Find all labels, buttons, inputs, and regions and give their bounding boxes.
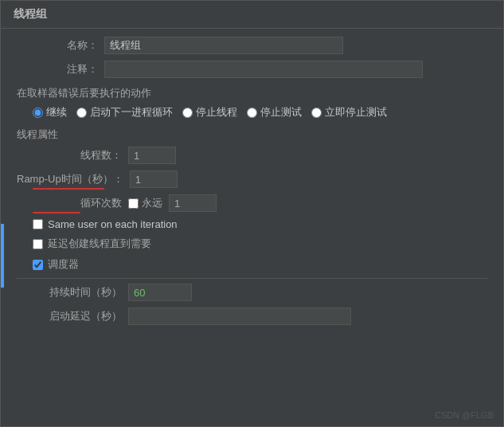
error-action-label: 在取样器错误后要执行的动作: [17, 86, 487, 100]
duration-row: 持续时间（秒）: [17, 284, 487, 301]
divider: [17, 278, 487, 279]
startup-delay-label: 启动延迟（秒）: [17, 309, 128, 323]
same-user-checkbox[interactable]: [33, 219, 43, 229]
watermark: CSDN @FLGB: [435, 410, 494, 420]
radio-stop-thread[interactable]: 停止线程: [182, 105, 237, 119]
scheduler-row: 调度器: [17, 257, 487, 272]
left-accent: [1, 224, 4, 288]
radio-stop-test-now[interactable]: 立即停止测试: [311, 105, 387, 119]
content-area: 名称： 注释： 在取样器错误后要执行的动作 继续 启动下一进程循环 停止线程: [1, 29, 503, 339]
main-panel: 线程组 名称： 注释： 在取样器错误后要执行的动作 继续 启动下一进程循环: [0, 0, 504, 427]
radio-start-next-input[interactable]: [76, 108, 87, 118]
name-row: 名称：: [17, 37, 487, 54]
radio-continue[interactable]: 继续: [33, 105, 67, 119]
startup-delay-input[interactable]: [128, 308, 351, 325]
duration-label: 持续时间（秒）: [17, 285, 128, 300]
panel-title-text: 线程组: [14, 7, 47, 20]
startup-delay-row: 启动延迟（秒）: [17, 308, 487, 325]
thread-count-row: 线程数：: [17, 147, 487, 164]
radio-stop-test[interactable]: 停止测试: [247, 105, 302, 119]
radio-continue-label: 继续: [46, 105, 67, 119]
ramp-up-label: Ramp-Up时间（秒）：: [17, 172, 130, 186]
error-action-radio-group: 继续 启动下一进程循环 停止线程 停止测试 立即停止测试: [17, 105, 487, 119]
same-user-label: Same user on each iteration: [48, 218, 178, 230]
radio-stop-thread-input[interactable]: [182, 108, 193, 118]
radio-stop-test-now-input[interactable]: [311, 108, 322, 118]
comment-row: 注释：: [17, 61, 487, 78]
delay-create-checkbox[interactable]: [33, 239, 43, 249]
thread-props-title: 线程属性: [17, 127, 487, 142]
delay-create-label: 延迟创建线程直到需要: [48, 237, 151, 251]
duration-input[interactable]: [128, 284, 192, 301]
radio-continue-input[interactable]: [33, 108, 43, 118]
loop-forever-checkbox[interactable]: [128, 198, 139, 209]
panel-title: 线程组: [1, 1, 503, 29]
scheduler-label: 调度器: [48, 257, 79, 272]
comment-input[interactable]: [104, 61, 423, 78]
loop-count-input[interactable]: [169, 194, 217, 212]
loop-forever-text: 永远: [142, 196, 162, 210]
radio-start-next-label: 启动下一进程循环: [90, 105, 173, 119]
ramp-up-row: Ramp-Up时间（秒）：: [17, 170, 487, 188]
radio-stop-thread-label: 停止线程: [196, 105, 237, 119]
name-input[interactable]: [104, 37, 343, 54]
loop-forever-label[interactable]: 永远: [128, 196, 162, 210]
same-user-row: Same user on each iteration: [17, 218, 487, 230]
thread-count-input[interactable]: [128, 147, 176, 164]
name-label: 名称：: [17, 38, 104, 53]
thread-count-label: 线程数：: [17, 148, 128, 163]
radio-stop-test-now-label: 立即停止测试: [325, 105, 387, 119]
ramp-up-input[interactable]: [130, 170, 178, 188]
radio-stop-test-label: 停止测试: [260, 105, 302, 119]
comment-label: 注释：: [17, 62, 104, 76]
scheduler-checkbox[interactable]: [33, 260, 43, 270]
radio-stop-test-input[interactable]: [247, 108, 257, 118]
radio-start-next[interactable]: 启动下一进程循环: [76, 105, 173, 119]
delay-create-row: 延迟创建线程直到需要: [17, 237, 487, 251]
loop-label: 循环次数: [17, 196, 128, 210]
loop-count-row: 循环次数 永远: [17, 194, 487, 212]
